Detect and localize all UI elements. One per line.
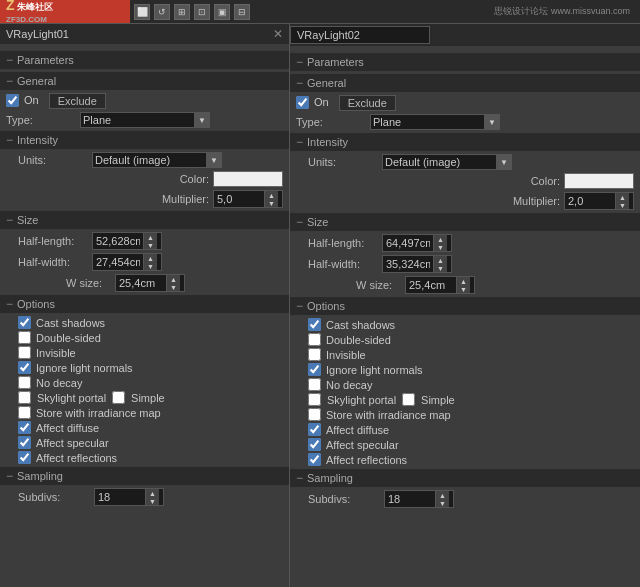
left-store-irradiance-label[interactable]: Store with irradiance map — [36, 407, 161, 419]
right-multiplier-down[interactable]: ▼ — [615, 201, 629, 209]
right-halflength-up[interactable]: ▲ — [433, 235, 447, 243]
left-invisible-label[interactable]: Invisible — [36, 347, 76, 359]
right-multiplier-up[interactable]: ▲ — [615, 193, 629, 201]
left-close-btn[interactable]: ✕ — [273, 27, 283, 41]
left-invisible-checkbox[interactable] — [18, 346, 31, 359]
right-cast-shadows-checkbox[interactable] — [308, 318, 321, 331]
right-skylight-label[interactable]: Skylight portal — [327, 394, 396, 406]
left-halflength-input[interactable]: 52,628cm — [93, 234, 143, 248]
left-simple-label[interactable]: Simple — [131, 392, 165, 404]
left-halflength-down[interactable]: ▼ — [143, 241, 157, 249]
right-store-irradiance-label[interactable]: Store with irradiance map — [326, 409, 451, 421]
icon-6[interactable]: ⊟ — [234, 4, 250, 20]
right-no-decay-checkbox[interactable] — [308, 378, 321, 391]
right-on-label[interactable]: On — [314, 96, 329, 108]
right-skylight-checkbox[interactable] — [308, 393, 321, 406]
right-units-select[interactable]: Default (image) — [382, 154, 512, 170]
right-halfwidth-spinner[interactable]: 35,324cm ▲ ▼ — [382, 255, 452, 273]
right-simple-checkbox[interactable] — [402, 393, 415, 406]
left-skylight-checkbox[interactable] — [18, 391, 31, 404]
left-subdivs-down[interactable]: ▼ — [145, 497, 159, 505]
left-on-label[interactable]: On — [24, 94, 39, 106]
right-ignore-normals-checkbox[interactable] — [308, 363, 321, 376]
left-wsize-down[interactable]: ▼ — [166, 283, 180, 291]
left-halfwidth-up[interactable]: ▲ — [143, 254, 157, 262]
left-on-checkbox[interactable] — [6, 94, 19, 107]
right-affect-specular-checkbox[interactable] — [308, 438, 321, 451]
right-affect-reflections-label[interactable]: Affect reflections — [326, 454, 407, 466]
left-ignore-normals-checkbox[interactable] — [18, 361, 31, 374]
left-subdivs-input[interactable]: 18 — [95, 490, 145, 504]
right-cast-shadows-label[interactable]: Cast shadows — [326, 319, 395, 331]
left-store-irradiance-checkbox[interactable] — [18, 406, 31, 419]
right-multiplier-spinner[interactable]: 2,0 ▲ ▼ — [564, 192, 634, 210]
icon-2[interactable]: ↺ — [154, 4, 170, 20]
left-affect-specular-label[interactable]: Affect specular — [36, 437, 109, 449]
right-wsize-input[interactable]: 25,4cm — [406, 278, 456, 292]
left-halfwidth-input[interactable]: 27,454cm — [93, 255, 143, 269]
icon-5[interactable]: ▣ — [214, 4, 230, 20]
left-subdivs-spinner[interactable]: 18 ▲ ▼ — [94, 488, 164, 506]
right-invisible-label[interactable]: Invisible — [326, 349, 366, 361]
right-affect-diffuse-label[interactable]: Affect diffuse — [326, 424, 389, 436]
left-ignore-normals-label[interactable]: Ignore light normals — [36, 362, 133, 374]
left-wsize-spinner[interactable]: 25,4cm ▲ ▼ — [115, 274, 185, 292]
right-subdivs-input[interactable]: 18 — [385, 492, 435, 506]
right-halfwidth-input[interactable]: 35,324cm — [383, 257, 433, 271]
left-multiplier-input[interactable]: 5,0 — [214, 192, 264, 206]
right-invisible-checkbox[interactable] — [308, 348, 321, 361]
left-affect-diffuse-checkbox[interactable] — [18, 421, 31, 434]
left-wsize-input[interactable]: 25,4cm — [116, 276, 166, 290]
left-multiplier-spinner[interactable]: 5,0 ▲ ▼ — [213, 190, 283, 208]
right-on-checkbox[interactable] — [296, 96, 309, 109]
left-no-decay-checkbox[interactable] — [18, 376, 31, 389]
icon-3[interactable]: ⊞ — [174, 4, 190, 20]
left-units-select[interactable]: Default (image) — [92, 152, 222, 168]
right-wsize-down[interactable]: ▼ — [456, 285, 470, 293]
left-subdivs-up[interactable]: ▲ — [145, 489, 159, 497]
left-halflength-spinner[interactable]: 52,628cm ▲ ▼ — [92, 232, 162, 250]
left-double-sided-label[interactable]: Double-sided — [36, 332, 101, 344]
left-no-decay-label[interactable]: No decay — [36, 377, 82, 389]
left-multiplier-up[interactable]: ▲ — [264, 191, 278, 199]
right-no-decay-label[interactable]: No decay — [326, 379, 372, 391]
icon-1[interactable]: ⬜ — [134, 4, 150, 20]
right-subdivs-up[interactable]: ▲ — [435, 491, 449, 499]
right-halflength-spinner[interactable]: 64,497cm ▲ ▼ — [382, 234, 452, 252]
left-skylight-label[interactable]: Skylight portal — [37, 392, 106, 404]
left-color-box[interactable] — [213, 171, 283, 187]
right-color-box[interactable] — [564, 173, 634, 189]
left-wsize-up[interactable]: ▲ — [166, 275, 180, 283]
right-double-sided-label[interactable]: Double-sided — [326, 334, 391, 346]
right-halfwidth-up[interactable]: ▲ — [433, 256, 447, 264]
right-affect-specular-label[interactable]: Affect specular — [326, 439, 399, 451]
right-light-name[interactable] — [290, 26, 430, 44]
right-double-sided-checkbox[interactable] — [308, 333, 321, 346]
right-multiplier-input[interactable]: 2,0 — [565, 194, 615, 208]
right-subdivs-spinner[interactable]: 18 ▲ ▼ — [384, 490, 454, 508]
left-halfwidth-down[interactable]: ▼ — [143, 262, 157, 270]
right-affect-reflections-checkbox[interactable] — [308, 453, 321, 466]
left-double-sided-checkbox[interactable] — [18, 331, 31, 344]
right-wsize-spinner[interactable]: 25,4cm ▲ ▼ — [405, 276, 475, 294]
left-halflength-up[interactable]: ▲ — [143, 233, 157, 241]
left-affect-reflections-checkbox[interactable] — [18, 451, 31, 464]
right-type-select[interactable]: Plane — [370, 114, 500, 130]
right-halflength-input[interactable]: 64,497cm — [383, 236, 433, 250]
right-halfwidth-down[interactable]: ▼ — [433, 264, 447, 272]
left-multiplier-down[interactable]: ▼ — [264, 199, 278, 207]
left-affect-specular-checkbox[interactable] — [18, 436, 31, 449]
left-cast-shadows-checkbox[interactable] — [18, 316, 31, 329]
left-affect-reflections-label[interactable]: Affect reflections — [36, 452, 117, 464]
left-simple-checkbox[interactable] — [112, 391, 125, 404]
left-affect-diffuse-label[interactable]: Affect diffuse — [36, 422, 99, 434]
right-simple-label[interactable]: Simple — [421, 394, 455, 406]
right-store-irradiance-checkbox[interactable] — [308, 408, 321, 421]
right-affect-diffuse-checkbox[interactable] — [308, 423, 321, 436]
left-type-select[interactable]: Plane — [80, 112, 210, 128]
left-cast-shadows-label[interactable]: Cast shadows — [36, 317, 105, 329]
right-ignore-normals-label[interactable]: Ignore light normals — [326, 364, 423, 376]
left-halfwidth-spinner[interactable]: 27,454cm ▲ ▼ — [92, 253, 162, 271]
right-subdivs-down[interactable]: ▼ — [435, 499, 449, 507]
right-exclude-btn[interactable]: Exclude — [339, 95, 396, 111]
